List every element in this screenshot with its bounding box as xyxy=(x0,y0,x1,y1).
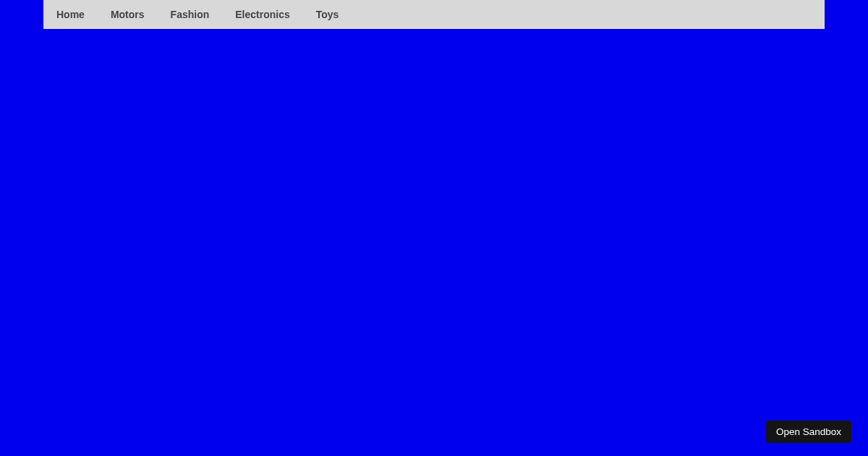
nav-item-electronics[interactable]: Electronics xyxy=(235,9,289,20)
nav-item-toys[interactable]: Toys xyxy=(316,9,339,20)
open-sandbox-button[interactable]: Open Sandbox xyxy=(766,421,851,443)
nav-item-motors[interactable]: Motors xyxy=(111,9,145,20)
navbar: Home Motors Fashion Electronics Toys xyxy=(43,0,825,29)
nav-item-fashion[interactable]: Fashion xyxy=(171,9,210,20)
nav-item-home[interactable]: Home xyxy=(56,9,85,20)
